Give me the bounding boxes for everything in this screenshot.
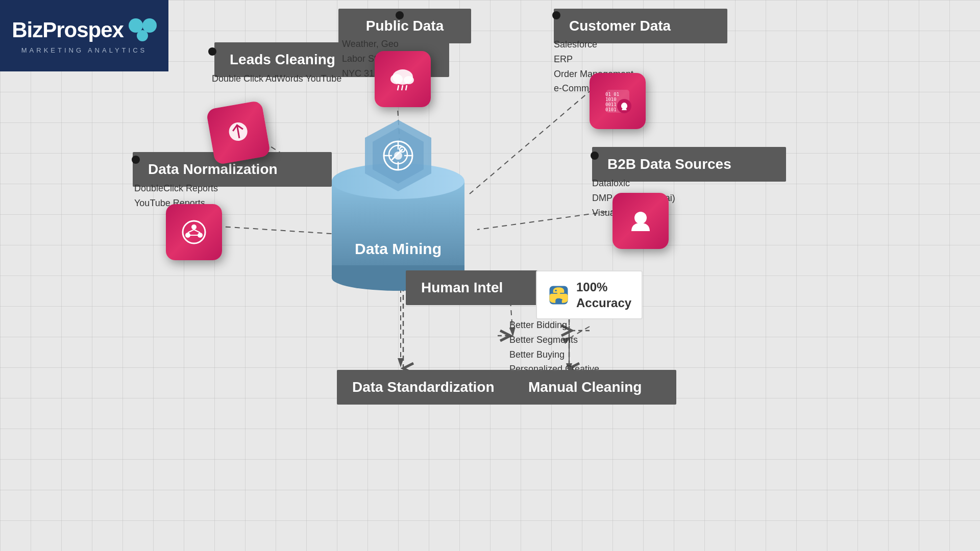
svg-line-13 [402, 85, 403, 90]
manual-cleaning-label: Manual Cleaning [528, 379, 642, 395]
public-data-label: Public Data [366, 18, 444, 34]
data-normalization-icon [166, 204, 222, 260]
leads-cleaning-label: Leads Cleaning [230, 52, 335, 67]
svg-line-12 [398, 85, 399, 90]
customer-data-icon: 01 01 1010 0011 0101 [590, 73, 646, 129]
svg-point-22 [191, 224, 197, 230]
leads-cleaning-dot [208, 47, 216, 56]
b2b-data-sources-icon [612, 193, 669, 249]
leads-cleaning-icon [210, 105, 266, 161]
human-intel-label: Human Intel [421, 280, 503, 295]
svg-line-25 [194, 230, 200, 233]
manual-cleaning-box: Manual Cleaning [513, 370, 676, 405]
leads-cleaning-detail: Double Click AdWords YouTube [212, 73, 341, 84]
accuracy-box: 100%Accuracy [536, 270, 643, 319]
logo-subtitle: MARKETING ANALYTICS [21, 46, 147, 54]
accuracy-text: 100%Accuracy [576, 279, 631, 311]
svg-text:1010: 1010 [605, 97, 617, 102]
logo-icon [129, 18, 157, 41]
customer-data-dot [552, 11, 560, 19]
logo-name: BizProspex [12, 18, 124, 42]
public-data-icon [375, 51, 431, 107]
customer-data-label: Customer Data [569, 18, 671, 34]
svg-point-11 [404, 76, 414, 84]
data-standardization-label: Data Standardization [352, 379, 494, 395]
svg-text:0011: 0011 [605, 102, 617, 107]
svg-text:0101: 0101 [605, 107, 617, 112]
hexagon-icon [357, 115, 439, 198]
data-normalization-label: Data Normalization [148, 161, 278, 177]
leads-cleaning-subtext: Double Click AdWords YouTube [212, 71, 341, 86]
svg-line-14 [406, 85, 407, 90]
data-normalization-dot [132, 156, 140, 164]
data-standardization-box: Data Standardization [337, 370, 526, 405]
b2b-data-sources-label: B2B Data Sources [607, 156, 731, 172]
human-intel-box: Human Intel [406, 270, 556, 305]
svg-line-3 [470, 89, 592, 194]
data-mining-container: Data Mining [332, 148, 464, 291]
python-icon [547, 284, 570, 307]
svg-point-37 [560, 298, 562, 300]
svg-point-36 [555, 289, 557, 291]
logo-text: BizProspex [12, 18, 157, 42]
logo-box: BizProspex MARKETING ANALYTICS [0, 0, 168, 71]
b2b-data-sources-dot [591, 152, 599, 160]
svg-point-28 [634, 212, 647, 224]
svg-point-21 [183, 221, 205, 243]
svg-line-26 [188, 230, 194, 233]
output-subtext: Better BiddingBetter SegmentsBetter Buyi… [509, 318, 599, 377]
svg-text:01 01: 01 01 [605, 92, 619, 97]
public-data-dot [396, 11, 404, 19]
data-mining-label: Data Mining [332, 240, 464, 258]
svg-point-10 [390, 74, 403, 84]
